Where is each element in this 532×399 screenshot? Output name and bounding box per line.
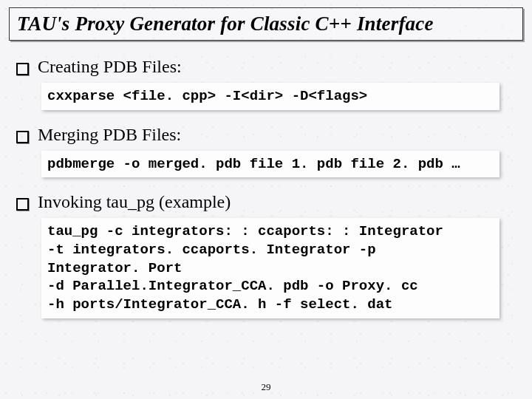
square-bullet-icon bbox=[16, 63, 29, 75]
code-cxxparse: cxxparse <file. cpp> -I<dir> -D<flags> bbox=[41, 83, 499, 110]
square-bullet-icon bbox=[16, 198, 29, 211]
square-bullet-icon bbox=[16, 131, 29, 143]
bullet-merging: Merging PDB Files: bbox=[16, 125, 523, 145]
page-number: 29 bbox=[0, 381, 532, 393]
bullet-label: Merging PDB Files: bbox=[38, 125, 181, 145]
slide-title: TAU's Proxy Generator for Classic C++ In… bbox=[17, 13, 515, 35]
bullet-label: Invoking tau_pg (example) bbox=[38, 192, 231, 212]
title-box: TAU's Proxy Generator for Classic C++ In… bbox=[9, 7, 523, 41]
code-pdbmerge: pdbmerge -o merged. pdb file 1. pdb file… bbox=[41, 151, 499, 178]
code-taupg: tau_pg -c integrators: : ccaports: : Int… bbox=[41, 218, 499, 318]
bullet-label: Creating PDB Files: bbox=[38, 57, 182, 77]
bullet-invoking: Invoking tau_pg (example) bbox=[16, 192, 523, 212]
slide-container: TAU's Proxy Generator for Classic C++ In… bbox=[0, 0, 532, 399]
bullet-creating: Creating PDB Files: bbox=[16, 57, 523, 77]
